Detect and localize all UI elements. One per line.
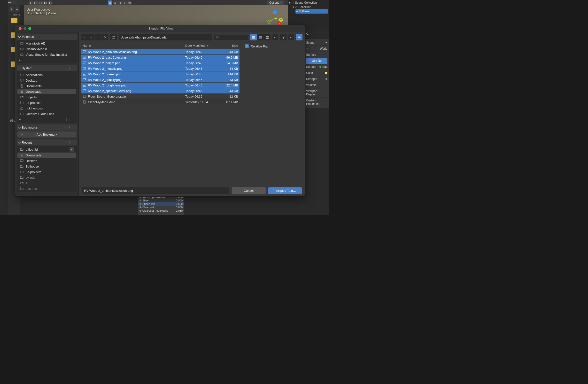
column-date[interactable]: Date Modified ▼ bbox=[185, 44, 218, 47]
relative-path-checkbox[interactable]: ✓ Relative Path bbox=[245, 44, 302, 48]
detail-view-button[interactable] bbox=[257, 34, 264, 40]
color-row[interactable]: Color bbox=[306, 70, 327, 76]
file-row[interactable]: RV Wood 2_opacity.png Today 06:45 43 KB bbox=[81, 77, 239, 82]
world-row[interactable]: World bbox=[306, 46, 327, 52]
section-header-volumes[interactable]: Volumes⋮⋮⋮ bbox=[17, 34, 77, 40]
surface-row[interactable]: Surface bbox=[306, 52, 327, 58]
file-row[interactable]: RV Wood 2_baseColor.png Today 06:46 96.5… bbox=[81, 55, 239, 60]
file-size: 96.5 MB bbox=[218, 56, 238, 59]
confirm-button[interactable]: Principled Texture Set... bbox=[268, 187, 302, 194]
sidebar-item-projects[interactable]: projects bbox=[18, 94, 76, 100]
node-input-row[interactable]: Clearcoat0.000 bbox=[138, 205, 184, 209]
magnet-icon[interactable]: ⊙ bbox=[117, 0, 122, 5]
settings-button[interactable] bbox=[296, 34, 302, 40]
strength-row[interactable]: Strength bbox=[306, 76, 327, 82]
search-input[interactable] bbox=[214, 35, 248, 40]
sidebar-item-downloads[interactable]: Downloads bbox=[18, 89, 76, 94]
sidebar-item-macintosh-hd[interactable]: Macintosh HD bbox=[18, 41, 76, 46]
file-row[interactable]: CleanMyMacX.dmg Yesterday 11:24 87.1 MB bbox=[81, 99, 239, 105]
sidebar-item-visual-studio-for-mac-installer[interactable]: Visual Studio for Mac Installer bbox=[18, 52, 76, 57]
zoom-button[interactable] bbox=[28, 27, 31, 30]
up-button[interactable]: ↑ bbox=[95, 34, 102, 40]
axis-gizmo[interactable]: Z Y X bbox=[266, 10, 283, 27]
outliner-row[interactable]: ▸ ⬚ Scene Collection bbox=[289, 0, 328, 5]
volume-row[interactable]: Volume bbox=[306, 82, 327, 88]
sidebar-item-applications[interactable]: Applications bbox=[18, 72, 76, 78]
node-input-row[interactable]: Clearcoat Roughness0.030 bbox=[138, 209, 184, 212]
close-button[interactable] bbox=[19, 27, 21, 30]
new-folder-button[interactable] bbox=[110, 34, 117, 40]
select-box-icon[interactable]: ▢ bbox=[33, 0, 38, 5]
globe-icon[interactable]: ⊕ bbox=[113, 0, 117, 5]
display-dropdown[interactable] bbox=[273, 34, 278, 40]
use-nodes-button[interactable]: Use No bbox=[306, 58, 327, 64]
section-header-bookmarks[interactable]: Bookmarks⋮⋮⋮ bbox=[17, 124, 77, 130]
sidebar-item-downloads[interactable]: Downloads bbox=[18, 153, 76, 158]
sidebar-item-office-3d[interactable]: office-3d✕ bbox=[18, 146, 76, 152]
tool-icon[interactable]: ▦ bbox=[127, 0, 131, 5]
node-input-row[interactable]: Sheen Tint0.500 bbox=[138, 202, 184, 205]
surface-row[interactable]: SurfaceBac bbox=[306, 64, 327, 70]
sidebar-item-desktop[interactable]: Desktop bbox=[18, 158, 76, 163]
file-row[interactable]: RV Wood 2_normal.png Today 06:45 144 KB bbox=[81, 71, 239, 77]
file-row[interactable]: RV Wood 2_height.png Today 06:45 14.3 MB bbox=[81, 60, 239, 66]
file-row[interactable]: Floor_Board_Generator.zip Today 06:32 12… bbox=[81, 94, 239, 99]
sidebar-item-cleanmymac-x[interactable]: CleanMyMac X bbox=[18, 46, 76, 52]
sidebar-item-documents[interactable]: Documents bbox=[18, 83, 76, 89]
column-size[interactable]: Size bbox=[218, 44, 238, 47]
viewport-display-row[interactable]: Viewport Display bbox=[306, 88, 327, 98]
image-editor-icon[interactable]: 🖼 bbox=[10, 119, 16, 123]
sidebar-item-desktop[interactable]: Desktop bbox=[18, 78, 76, 83]
cursor-icon[interactable]: ▸ bbox=[29, 0, 33, 5]
sidebar-item-3d-house[interactable]: 3d-house bbox=[18, 164, 76, 169]
file-row[interactable]: RV Wood 2_metallic.png Today 06:45 34 KB bbox=[81, 66, 239, 71]
minimize-button[interactable] bbox=[23, 27, 26, 30]
refresh-button[interactable]: ⟳ bbox=[102, 34, 108, 40]
add-bookmark-button[interactable]: ＋Add Bookmark bbox=[17, 131, 77, 138]
options-dropdown[interactable]: Options bbox=[267, 0, 284, 5]
filter-icon[interactable]: ▼ bbox=[9, 6, 14, 12]
remove-icon[interactable]: ✕ bbox=[69, 147, 74, 152]
list-view-button[interactable] bbox=[250, 34, 257, 40]
sidebar-item-textures[interactable]: textures bbox=[18, 186, 76, 191]
outliner-row-selected[interactable]: ▸ ▽ Plane bbox=[295, 9, 328, 14]
custom-properties-row[interactable]: Custom Properties bbox=[306, 98, 327, 107]
proportional-icon[interactable]: ○ bbox=[122, 0, 127, 5]
svg-line-0 bbox=[269, 18, 275, 22]
file-row[interactable]: RV Wood 2_ambientOcclusion.png Today 06:… bbox=[81, 49, 239, 55]
node-input-value: 0.500 bbox=[176, 202, 183, 205]
path-input[interactable]: /Users/rickthompson/Downloads/ bbox=[119, 34, 212, 40]
expand-row[interactable]: ▸⋮⋮⋮ bbox=[17, 57, 77, 62]
filter-button[interactable] bbox=[280, 34, 287, 40]
sidebar-item-3d-projects[interactable]: 3d-projects bbox=[18, 169, 76, 175]
forward-button[interactable]: → bbox=[88, 34, 95, 40]
sidebar-item-t[interactable]: T bbox=[18, 180, 76, 186]
cancel-button[interactable]: Cancel bbox=[232, 187, 266, 194]
scene-row[interactable]: Scene⟳ bbox=[306, 40, 327, 46]
overlay-icon[interactable]: ◉ bbox=[108, 0, 112, 5]
column-name[interactable]: Name bbox=[83, 44, 185, 47]
expand-row[interactable]: ▸⋮⋮⋮ bbox=[17, 117, 77, 122]
filter-dropdown[interactable] bbox=[288, 34, 294, 40]
file-name: RV Wood 2_roughness.png bbox=[88, 83, 185, 87]
grid-view-button[interactable] bbox=[264, 34, 271, 40]
filename-input[interactable]: RV Wood 2_ambientOcclusion.png bbox=[82, 187, 229, 194]
sidebar-item-cylinder[interactable]: cylinder bbox=[18, 175, 76, 180]
node-input-row[interactable]: Sheen0.000 bbox=[138, 199, 184, 202]
tool-icon[interactable]: ◐ bbox=[48, 0, 52, 5]
sidebar-item-rickthompson[interactable]: rickthompson bbox=[18, 105, 76, 111]
section-header-system[interactable]: System⋮⋮⋮ bbox=[17, 65, 77, 71]
file-row[interactable]: RV Wood 2_specularLevel.png Today 06:45 … bbox=[81, 88, 239, 93]
section-header-recent[interactable]: Recent⋮⋮⋮ bbox=[17, 140, 77, 145]
outliner-row[interactable]: ▾ ☑ Collection bbox=[289, 5, 328, 9]
file-date: Today 06:45 bbox=[185, 83, 218, 87]
properties-search[interactable] bbox=[305, 31, 329, 37]
tool-icon[interactable]: ◧ bbox=[43, 0, 47, 5]
chevron-down-icon[interactable] bbox=[15, 6, 19, 12]
tool-icon[interactable]: ⬚ bbox=[38, 0, 43, 5]
file-row[interactable]: RV Wood 2_roughness.png Today 06:45 22.4… bbox=[81, 82, 239, 88]
yellow-tile[interactable] bbox=[11, 18, 18, 23]
back-button[interactable]: ← bbox=[81, 34, 88, 40]
sidebar-item-creative-cloud-files[interactable]: Creative Cloud Files bbox=[18, 111, 76, 117]
sidebar-item-3d-projects[interactable]: 3d-projects bbox=[18, 100, 76, 105]
